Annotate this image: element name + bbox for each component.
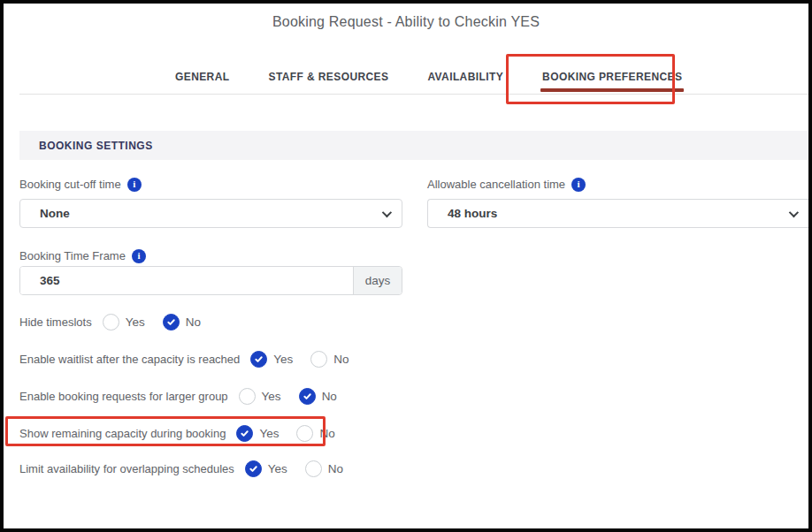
- label-text: Booking cut-off time: [19, 178, 121, 191]
- radio-button-icon[interactable]: [250, 351, 267, 368]
- tab-general[interactable]: GENERAL: [175, 60, 229, 94]
- setting-row-limit-availability-overlapping: Limit availability for overlapping sched…: [19, 458, 343, 479]
- booking-cutoff-label: Booking cut-off time: [19, 177, 142, 192]
- chevron-down-icon: [789, 207, 799, 217]
- info-icon[interactable]: [127, 178, 142, 192]
- radio-button-icon[interactable]: [239, 388, 256, 405]
- radio-group: Yes No: [103, 314, 201, 331]
- radio-button-icon[interactable]: [245, 460, 262, 477]
- radio-label-no[interactable]: No: [333, 353, 349, 366]
- radio-option-yes[interactable]: Yes: [236, 425, 279, 442]
- section-title: BOOKING SETTINGS: [39, 140, 153, 152]
- radio-option-no[interactable]: No: [296, 425, 334, 442]
- radio-label-yes[interactable]: Yes: [268, 462, 287, 475]
- booking-time-frame-label: Booking Time Frame: [19, 248, 146, 263]
- check-icon: [254, 354, 264, 364]
- check-icon: [166, 317, 176, 327]
- radio-label-yes[interactable]: Yes: [126, 315, 145, 329]
- section-header: BOOKING SETTINGS: [19, 131, 808, 160]
- radio-option-no[interactable]: No: [163, 314, 201, 331]
- label-text: Allowable cancellation time: [427, 178, 565, 191]
- setting-row-enable-waitlist: Enable waitlist after the capacity is re…: [19, 348, 349, 369]
- tab-bar: GENERAL STAFF & RESOURCES AVAILABILITY B…: [19, 60, 808, 95]
- radio-option-no[interactable]: No: [305, 460, 343, 477]
- tab-staff-resources[interactable]: STAFF & RESOURCES: [268, 60, 388, 94]
- tab-booking-preferences[interactable]: BOOKING PREFERENCES: [542, 60, 682, 94]
- select-value: None: [40, 207, 382, 220]
- radio-button-icon[interactable]: [296, 425, 313, 442]
- booking-cutoff-select[interactable]: None: [19, 199, 402, 228]
- setting-label: Show remaining capacity during booking: [19, 427, 226, 440]
- radio-label-no[interactable]: No: [328, 462, 343, 475]
- radio-group: Yes No: [236, 425, 334, 442]
- setting-row-show-remaining-capacity: Show remaining capacity during booking Y…: [19, 422, 335, 444]
- setting-label: Enable booking requests for larger group: [19, 390, 228, 403]
- radio-button-icon[interactable]: [103, 314, 119, 331]
- radio-option-yes[interactable]: Yes: [103, 314, 145, 331]
- radio-button-icon[interactable]: [305, 460, 322, 477]
- booking-time-frame-group: days: [19, 266, 402, 295]
- radio-label-no[interactable]: No: [319, 427, 334, 440]
- chevron-down-icon: [382, 207, 392, 217]
- radio-group: Yes No: [250, 351, 349, 368]
- radio-button-icon[interactable]: [310, 351, 327, 368]
- booking-request-window: Booking Request - Ability to Checkin YES…: [0, 0, 812, 532]
- setting-row-hide-timeslots: Hide timeslots Yes No: [19, 311, 201, 332]
- booking-time-frame-input[interactable]: [20, 267, 353, 294]
- radio-label-yes[interactable]: Yes: [273, 353, 293, 366]
- cancellation-time-select[interactable]: 48 hours: [427, 199, 808, 228]
- page-title: Booking Request - Ability to Checkin YES: [4, 14, 808, 30]
- radio-button-icon[interactable]: [299, 388, 316, 405]
- cancellation-time-label: Allowable cancellation time: [427, 177, 586, 192]
- radio-option-no[interactable]: No: [310, 351, 349, 368]
- select-value: 48 hours: [448, 207, 789, 220]
- info-icon[interactable]: [132, 249, 146, 263]
- setting-label: Limit availability for overlapping sched…: [19, 462, 234, 475]
- setting-label: Hide timeslots: [19, 315, 92, 329]
- radio-label-no[interactable]: No: [322, 390, 337, 403]
- label-text: Booking Time Frame: [19, 249, 126, 262]
- info-icon[interactable]: [571, 178, 586, 192]
- radio-option-yes[interactable]: Yes: [239, 388, 281, 405]
- radio-button-icon[interactable]: [163, 314, 180, 331]
- tab-availability[interactable]: AVAILABILITY: [427, 60, 503, 94]
- check-icon: [303, 391, 312, 401]
- radio-option-yes[interactable]: Yes: [245, 460, 287, 477]
- radio-button-icon[interactable]: [236, 425, 253, 442]
- check-icon: [249, 464, 258, 474]
- radio-option-no[interactable]: No: [299, 388, 337, 405]
- radio-group: Yes No: [245, 460, 343, 477]
- radio-label-no[interactable]: No: [186, 315, 201, 329]
- setting-label: Enable waitlist after the capacity is re…: [19, 353, 240, 366]
- days-suffix: days: [353, 267, 402, 294]
- radio-option-yes[interactable]: Yes: [250, 351, 293, 368]
- radio-label-yes[interactable]: Yes: [262, 390, 281, 403]
- radio-group: Yes No: [239, 388, 337, 405]
- setting-row-booking-requests-larger-group: Enable booking requests for larger group…: [19, 385, 337, 407]
- radio-label-yes[interactable]: Yes: [259, 427, 279, 440]
- check-icon: [240, 429, 249, 438]
